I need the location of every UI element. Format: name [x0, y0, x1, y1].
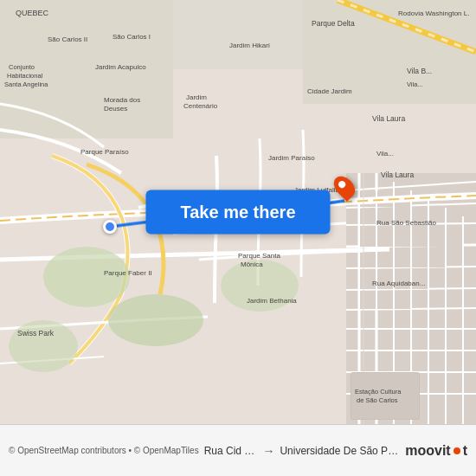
svg-rect-30 — [395, 226, 410, 247]
destination-label: Universidade De São Paulo - Cam... — [280, 445, 400, 457]
svg-text:Rua São Sebastião: Rua São Sebastião — [376, 219, 436, 227]
map-attribution: © OpenStreetMap contributors • © OpenMap… — [9, 446, 199, 455]
moovit-brand-text: moovit — [405, 443, 450, 459]
origin-pin — [103, 220, 117, 234]
svg-text:Rua Aquidaban...: Rua Aquidaban... — [372, 280, 425, 287]
svg-text:Vila Laura: Vila Laura — [372, 114, 405, 123]
svg-rect-2 — [173, 0, 303, 69]
svg-text:São Carlos II: São Carlos II — [48, 35, 87, 43]
svg-text:Centenário: Centenário — [183, 102, 218, 110]
svg-text:Parque Faber II: Parque Faber II — [104, 269, 152, 277]
svg-text:Estação Cultura: Estação Cultura — [355, 388, 402, 396]
svg-rect-29 — [377, 226, 393, 247]
moovit-logo: moovit t — [405, 443, 467, 459]
svg-point-46 — [43, 247, 130, 307]
svg-text:Jardim Bethania: Jardim Bethania — [247, 297, 297, 305]
svg-text:Vila...: Vila... — [407, 80, 423, 88]
svg-rect-33 — [447, 226, 462, 247]
svg-rect-45 — [395, 291, 410, 309]
svg-text:São Carlos I: São Carlos I — [113, 33, 151, 41]
bottom-bar: © OpenStreetMap contributors • © OpenMap… — [0, 424, 476, 476]
svg-text:Jardim Paraíso: Jardim Paraíso — [268, 154, 315, 162]
svg-text:Jardim Hikari: Jardim Hikari — [229, 42, 270, 49]
svg-text:Jardim: Jardim — [186, 93, 207, 101]
svg-text:Conjunto: Conjunto — [9, 63, 35, 71]
take-me-there-button[interactable]: Take me there — [145, 190, 330, 235]
svg-rect-26 — [360, 209, 376, 224]
origin-label: Rua Cid Silva ... — [204, 445, 258, 457]
svg-text:Morada dos: Morada dos — [104, 96, 140, 104]
svg-text:Jardim Acapulco: Jardim Acapulco — [95, 63, 146, 71]
svg-rect-38 — [429, 248, 445, 267]
svg-text:Mônica: Mônica — [241, 261, 263, 268]
svg-text:QUEBEC: QUEBEC — [16, 9, 49, 17]
svg-text:Vila B...: Vila B... — [407, 67, 432, 75]
svg-text:Santa Angelina: Santa Angelina — [4, 80, 48, 88]
destination-pin — [336, 175, 353, 199]
svg-text:Swiss Park: Swiss Park — [17, 329, 55, 338]
svg-point-47 — [9, 320, 78, 372]
svg-text:Rodovia Washington L.: Rodovia Washington L. — [398, 10, 469, 17]
route-info: Rua Cid Silva ... → Universidade De São … — [204, 444, 401, 458]
svg-rect-36 — [395, 248, 410, 267]
svg-text:Vila...: Vila... — [376, 150, 394, 158]
svg-text:Parque Delta: Parque Delta — [312, 19, 355, 28]
map-container: QUEBEC São Carlos II São Carlos I Conjun… — [0, 0, 476, 424]
svg-text:Cidade Jardim: Cidade Jardim — [307, 87, 352, 95]
svg-text:Habitacional: Habitacional — [7, 72, 43, 80]
svg-rect-37 — [412, 248, 428, 267]
button-overlay: Take me there — [145, 190, 330, 235]
svg-rect-31 — [412, 226, 428, 247]
svg-text:Parque Santa: Parque Santa — [238, 252, 280, 260]
svg-text:Parque Paraíso: Parque Paraíso — [80, 148, 129, 156]
arrow-icon: → — [262, 444, 274, 458]
svg-rect-28 — [360, 226, 376, 247]
svg-text:Deuses: Deuses — [104, 105, 127, 113]
svg-rect-44 — [377, 291, 393, 309]
svg-rect-43 — [360, 291, 376, 309]
svg-point-49 — [108, 294, 203, 346]
svg-rect-32 — [429, 226, 445, 247]
svg-text:Vila Laura: Vila Laura — [381, 170, 414, 179]
moovit-t-letter: t — [463, 443, 467, 459]
moovit-dot-icon — [453, 447, 460, 454]
svg-text:de São Carlos: de São Carlos — [357, 396, 398, 404]
